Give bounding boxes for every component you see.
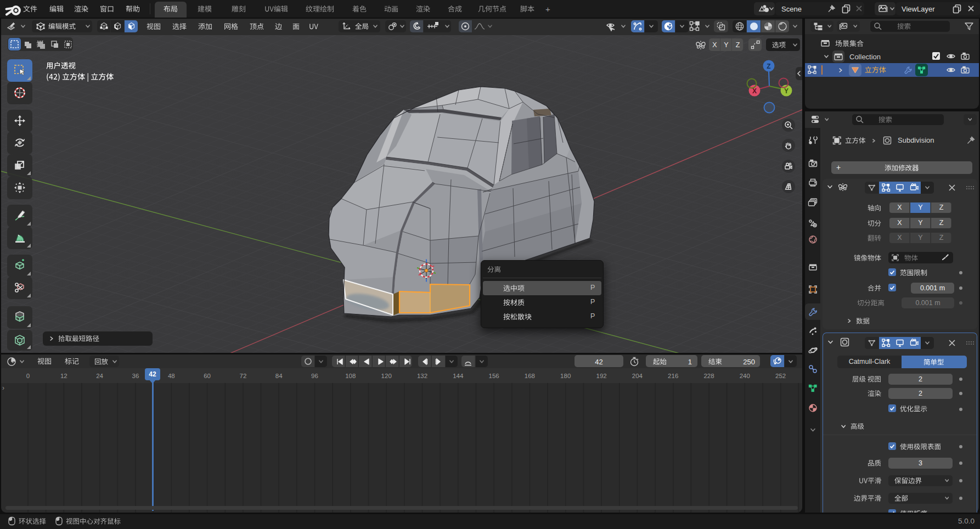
svg-text:36: 36 <box>132 373 139 379</box>
svg-text:132: 132 <box>417 373 427 379</box>
svg-text:96: 96 <box>311 373 318 379</box>
svg-text:Z: Z <box>767 63 770 70</box>
svg-text:216: 216 <box>668 373 678 379</box>
svg-text:192: 192 <box>596 373 607 379</box>
svg-text:240: 240 <box>740 373 750 379</box>
svg-text:168: 168 <box>525 373 535 379</box>
svg-text:Y: Y <box>784 87 788 95</box>
svg-text:84: 84 <box>275 373 283 379</box>
svg-text:156: 156 <box>489 373 499 379</box>
svg-text:228: 228 <box>703 373 714 379</box>
svg-text:72: 72 <box>240 373 247 379</box>
svg-text:48: 48 <box>168 373 175 379</box>
svg-text:204: 204 <box>632 373 643 379</box>
svg-text:252: 252 <box>775 373 786 379</box>
svg-text:0: 0 <box>26 373 30 379</box>
svg-text:180: 180 <box>560 373 571 379</box>
svg-text:24: 24 <box>96 373 103 379</box>
svg-text:60: 60 <box>204 373 211 379</box>
svg-text:12: 12 <box>60 373 67 379</box>
svg-text:120: 120 <box>381 373 392 379</box>
svg-text:108: 108 <box>345 373 356 379</box>
svg-text:144: 144 <box>453 373 464 379</box>
